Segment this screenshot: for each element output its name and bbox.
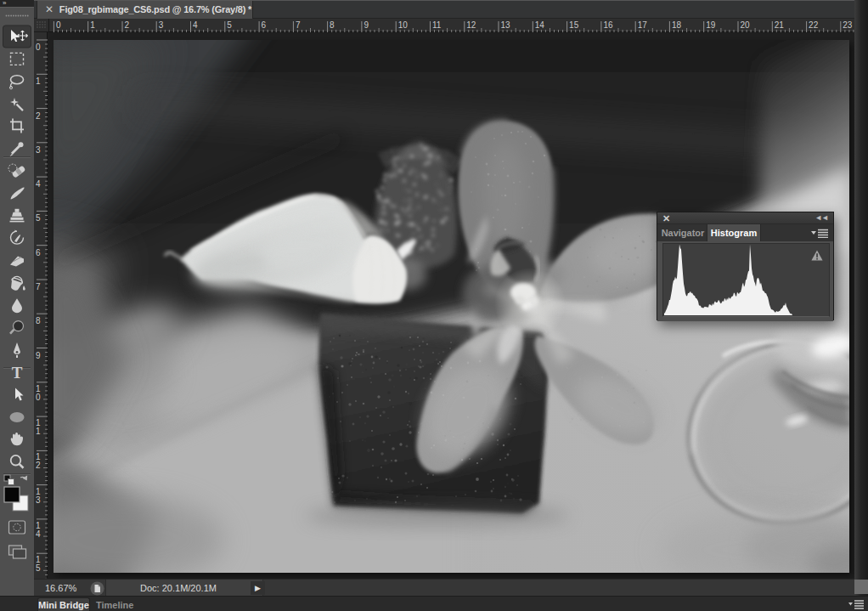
svg-text:2: 2	[125, 20, 130, 30]
svg-text:4: 4	[36, 529, 41, 539]
svg-text:17: 17	[638, 20, 648, 30]
svg-text:0: 0	[36, 393, 41, 402]
svg-text:0: 0	[56, 20, 61, 30]
svg-text:12: 12	[466, 20, 476, 30]
svg-text:1: 1	[36, 76, 41, 86]
svg-text:22: 22	[809, 20, 819, 30]
svg-text:23: 23	[843, 20, 853, 30]
svg-text:4: 4	[193, 20, 198, 30]
svg-text:8: 8	[330, 20, 335, 30]
svg-text:15: 15	[569, 20, 579, 30]
svg-text:21: 21	[775, 20, 785, 30]
svg-text:16: 16	[603, 20, 613, 30]
svg-text:9: 9	[364, 20, 369, 30]
svg-text:6: 6	[36, 248, 41, 257]
svg-text:8: 8	[36, 316, 41, 325]
svg-text:T: T	[12, 364, 23, 382]
svg-text:1: 1	[90, 20, 95, 30]
svg-text:7: 7	[36, 282, 41, 291]
svg-text:19: 19	[706, 20, 716, 30]
svg-text:18: 18	[672, 20, 682, 30]
svg-text:20: 20	[741, 20, 751, 30]
svg-text:11: 11	[432, 20, 442, 30]
svg-text:6: 6	[262, 20, 267, 30]
svg-text:7: 7	[296, 20, 301, 30]
svg-text:0: 0	[36, 42, 41, 52]
svg-text:9: 9	[36, 351, 41, 360]
svg-text:2: 2	[36, 111, 41, 121]
svg-text:14: 14	[535, 20, 545, 30]
svg-text:3: 3	[36, 145, 41, 155]
svg-text:2: 2	[36, 461, 41, 470]
svg-text:1: 1	[36, 427, 41, 436]
svg-text:10: 10	[398, 20, 409, 30]
svg-text:4: 4	[36, 179, 41, 189]
svg-text:5: 5	[227, 20, 232, 30]
svg-text:13: 13	[501, 20, 511, 30]
svg-text:5: 5	[36, 563, 41, 573]
svg-text:5: 5	[36, 213, 41, 223]
svg-text:3: 3	[36, 495, 41, 505]
svg-text:3: 3	[159, 20, 164, 30]
